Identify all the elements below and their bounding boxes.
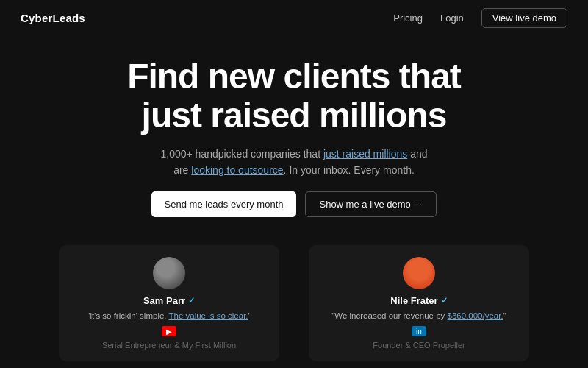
pricing-link[interactable]: Pricing (393, 13, 423, 24)
avatar-nile (403, 257, 435, 289)
verified-badge-2: ✓ (441, 296, 448, 305)
youtube-icon-1[interactable]: ▶ (162, 326, 176, 336)
testimonial-role-2: Founder & CEO Propeller (373, 341, 465, 350)
hero-subtitle: 1,000+ handpicked companies that just ra… (15, 146, 573, 179)
navbar: CyberLeads Pricing Login View live demo (0, 0, 588, 35)
show-demo-button[interactable]: Show me a live demo → (305, 191, 437, 217)
avatar-sam (153, 257, 185, 289)
send-leads-button[interactable]: Send me leads every month (151, 191, 297, 217)
outsource-link[interactable]: looking to outsource (191, 164, 283, 176)
testimonials-section: Sam Parr ✓ 'it's so frickin' simple. The… (0, 232, 588, 368)
nav-links: Pricing Login View live demo (393, 8, 567, 28)
avatar-image-sam (153, 257, 185, 289)
quote-link-2[interactable]: $360,000/year. (448, 311, 503, 320)
testimonial-quote-1: 'it's so frickin' simple. The value is s… (88, 310, 250, 322)
avatar-image-nile (403, 257, 435, 289)
testimonial-quote-2: "We increased our revenue by $360,000/ye… (331, 310, 506, 322)
quote-link-1[interactable]: The value is so clear. (169, 311, 248, 320)
hero-buttons: Send me leads every month Show me a live… (15, 191, 573, 217)
hero-section: Find new clients that just raised millio… (0, 35, 588, 232)
testimonial-role-1: Serial Entrepreneur & My First Million (102, 341, 236, 350)
verified-badge-1: ✓ (188, 296, 195, 305)
testimonial-name-2: Nile Frater ✓ (390, 295, 447, 306)
view-demo-button[interactable]: View live demo (481, 8, 567, 28)
testimonial-name-1: Sam Parr ✓ (143, 295, 195, 306)
login-link[interactable]: Login (440, 13, 464, 24)
linkedin-icon-2[interactable]: in (412, 326, 426, 336)
testimonial-2: Nile Frater ✓ "We increased our revenue … (309, 245, 529, 361)
logo: CyberLeads (21, 12, 85, 24)
hero-title: Find new clients that just raised millio… (15, 57, 573, 135)
raised-link[interactable]: just raised millions (323, 148, 407, 160)
testimonial-1: Sam Parr ✓ 'it's so frickin' simple. The… (59, 245, 279, 361)
